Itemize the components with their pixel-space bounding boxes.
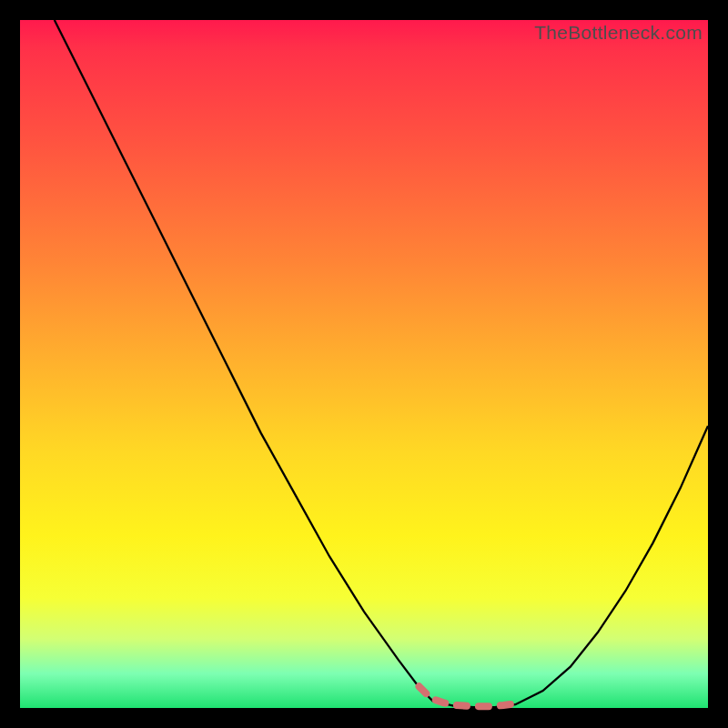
bottleneck-curve (55, 20, 708, 707)
plot-area: TheBottleneck.com (20, 20, 708, 708)
chart-frame: TheBottleneck.com (0, 0, 728, 728)
valley-marker (420, 686, 516, 706)
curve-layer (20, 20, 708, 708)
